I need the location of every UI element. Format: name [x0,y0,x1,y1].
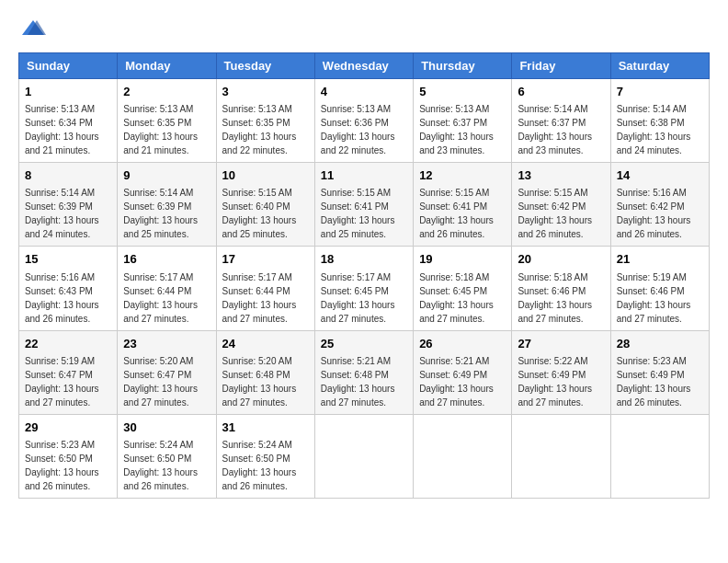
day-info: Sunrise: 5:15 AMSunset: 6:42 PMDaylight:… [518,188,592,239]
day-number: 17 [222,251,309,268]
calendar-cell: 13Sunrise: 5:15 AMSunset: 6:42 PMDayligh… [512,163,610,247]
day-info: Sunrise: 5:13 AMSunset: 6:35 PMDaylight:… [123,104,198,155]
calendar-cell: 28Sunrise: 5:23 AMSunset: 6:49 PMDayligh… [610,330,709,414]
calendar-week-row: 1Sunrise: 5:13 AMSunset: 6:34 PMDaylight… [19,79,710,163]
calendar-cell: 7Sunrise: 5:14 AMSunset: 6:38 PMDaylight… [610,79,709,163]
day-number: 4 [321,84,407,100]
day-info: Sunrise: 5:18 AMSunset: 6:45 PMDaylight:… [419,272,494,324]
day-info: Sunrise: 5:17 AMSunset: 6:45 PMDaylight:… [321,272,395,324]
day-info: Sunrise: 5:17 AMSunset: 6:44 PMDaylight:… [222,272,297,324]
day-number: 7 [617,84,703,100]
day-info: Sunrise: 5:23 AMSunset: 6:50 PMDaylight:… [25,440,99,491]
day-info: Sunrise: 5:17 AMSunset: 6:44 PMDaylight:… [123,272,198,324]
calendar-cell: 11Sunrise: 5:15 AMSunset: 6:41 PMDayligh… [314,163,413,247]
calendar-cell: 3Sunrise: 5:13 AMSunset: 6:35 PMDaylight… [216,79,314,163]
calendar-cell: 14Sunrise: 5:16 AMSunset: 6:42 PMDayligh… [610,163,709,247]
logo-icon [20,18,46,39]
day-info: Sunrise: 5:14 AMSunset: 6:37 PMDaylight:… [518,104,592,155]
day-number: 19 [419,251,506,268]
day-number: 10 [222,167,309,184]
day-info: Sunrise: 5:19 AMSunset: 6:47 PMDaylight:… [25,356,99,408]
day-number: 6 [518,84,604,100]
calendar-cell: 6Sunrise: 5:14 AMSunset: 6:37 PMDaylight… [512,79,610,163]
day-number: 16 [123,251,210,268]
day-number: 3 [222,84,309,100]
calendar-header-friday: Friday [512,53,610,79]
day-info: Sunrise: 5:14 AMSunset: 6:39 PMDaylight:… [25,188,99,239]
calendar-week-row: 15Sunrise: 5:16 AMSunset: 6:43 PMDayligh… [19,247,710,330]
calendar-cell [314,414,413,498]
calendar-cell: 21Sunrise: 5:19 AMSunset: 6:46 PMDayligh… [610,247,709,330]
calendar-week-row: 8Sunrise: 5:14 AMSunset: 6:39 PMDaylight… [19,163,710,247]
calendar-cell: 17Sunrise: 5:17 AMSunset: 6:44 PMDayligh… [216,247,314,330]
day-info: Sunrise: 5:16 AMSunset: 6:42 PMDaylight:… [617,188,691,239]
calendar-cell: 18Sunrise: 5:17 AMSunset: 6:45 PMDayligh… [314,247,413,330]
calendar-header-saturday: Saturday [610,53,709,79]
calendar-cell: 29Sunrise: 5:23 AMSunset: 6:50 PMDayligh… [19,414,118,498]
calendar-table: SundayMondayTuesdayWednesdayThursdayFrid… [18,52,710,499]
day-info: Sunrise: 5:21 AMSunset: 6:48 PMDaylight:… [321,356,395,408]
calendar-cell: 15Sunrise: 5:16 AMSunset: 6:43 PMDayligh… [19,247,118,330]
day-info: Sunrise: 5:23 AMSunset: 6:49 PMDaylight:… [617,356,691,408]
calendar-cell: 22Sunrise: 5:19 AMSunset: 6:47 PMDayligh… [19,330,118,414]
day-number: 13 [518,167,604,184]
calendar-header-wednesday: Wednesday [314,53,413,79]
day-info: Sunrise: 5:16 AMSunset: 6:43 PMDaylight:… [25,272,99,324]
day-number: 5 [419,84,506,100]
calendar-cell [610,414,709,498]
calendar-cell: 23Sunrise: 5:20 AMSunset: 6:47 PMDayligh… [118,330,216,414]
day-info: Sunrise: 5:20 AMSunset: 6:47 PMDaylight:… [123,356,198,408]
day-info: Sunrise: 5:13 AMSunset: 6:35 PMDaylight:… [222,104,297,155]
day-number: 26 [419,336,506,352]
day-number: 29 [25,419,111,436]
calendar-header-tuesday: Tuesday [216,53,314,79]
day-info: Sunrise: 5:15 AMSunset: 6:40 PMDaylight:… [222,188,297,239]
day-info: Sunrise: 5:13 AMSunset: 6:34 PMDaylight:… [25,104,99,155]
day-info: Sunrise: 5:21 AMSunset: 6:49 PMDaylight:… [419,356,494,408]
day-number: 30 [123,419,210,436]
day-number: 11 [321,167,407,184]
calendar-cell: 26Sunrise: 5:21 AMSunset: 6:49 PMDayligh… [414,330,512,414]
day-number: 27 [518,336,604,352]
day-info: Sunrise: 5:14 AMSunset: 6:38 PMDaylight:… [617,104,691,155]
day-info: Sunrise: 5:18 AMSunset: 6:46 PMDaylight:… [518,272,592,324]
day-number: 21 [617,251,703,268]
calendar-cell: 25Sunrise: 5:21 AMSunset: 6:48 PMDayligh… [314,330,413,414]
calendar-cell: 27Sunrise: 5:22 AMSunset: 6:49 PMDayligh… [512,330,610,414]
day-info: Sunrise: 5:22 AMSunset: 6:49 PMDaylight:… [518,356,592,408]
logo [18,18,50,43]
day-number: 1 [25,84,111,100]
page-container: SundayMondayTuesdayWednesdayThursdayFrid… [18,18,710,499]
day-number: 8 [25,167,111,184]
calendar-header-thursday: Thursday [414,53,512,79]
calendar-cell: 31Sunrise: 5:24 AMSunset: 6:50 PMDayligh… [216,414,314,498]
calendar-cell [512,414,610,498]
day-info: Sunrise: 5:15 AMSunset: 6:41 PMDaylight:… [321,188,395,239]
day-info: Sunrise: 5:20 AMSunset: 6:48 PMDaylight:… [222,356,297,408]
calendar-cell: 8Sunrise: 5:14 AMSunset: 6:39 PMDaylight… [19,163,118,247]
calendar-cell: 4Sunrise: 5:13 AMSunset: 6:36 PMDaylight… [314,79,413,163]
day-number: 2 [123,84,210,100]
day-number: 28 [617,336,703,352]
day-info: Sunrise: 5:13 AMSunset: 6:36 PMDaylight:… [321,104,395,155]
calendar-header-sunday: Sunday [19,53,118,79]
day-number: 25 [321,336,407,352]
day-number: 9 [123,167,210,184]
calendar-cell [414,414,512,498]
calendar-cell: 20Sunrise: 5:18 AMSunset: 6:46 PMDayligh… [512,247,610,330]
day-info: Sunrise: 5:14 AMSunset: 6:39 PMDaylight:… [123,188,198,239]
day-number: 12 [419,167,506,184]
calendar-header-monday: Monday [118,53,216,79]
day-info: Sunrise: 5:19 AMSunset: 6:46 PMDaylight:… [617,272,691,324]
day-number: 15 [25,251,111,268]
calendar-cell: 9Sunrise: 5:14 AMSunset: 6:39 PMDaylight… [118,163,216,247]
calendar-cell: 1Sunrise: 5:13 AMSunset: 6:34 PMDaylight… [19,79,118,163]
day-info: Sunrise: 5:24 AMSunset: 6:50 PMDaylight:… [222,440,297,491]
day-number: 31 [222,419,309,436]
calendar-cell: 30Sunrise: 5:24 AMSunset: 6:50 PMDayligh… [118,414,216,498]
day-number: 20 [518,251,604,268]
calendar-cell: 24Sunrise: 5:20 AMSunset: 6:48 PMDayligh… [216,330,314,414]
day-number: 23 [123,336,210,352]
day-number: 22 [25,336,111,352]
calendar-cell: 19Sunrise: 5:18 AMSunset: 6:45 PMDayligh… [414,247,512,330]
